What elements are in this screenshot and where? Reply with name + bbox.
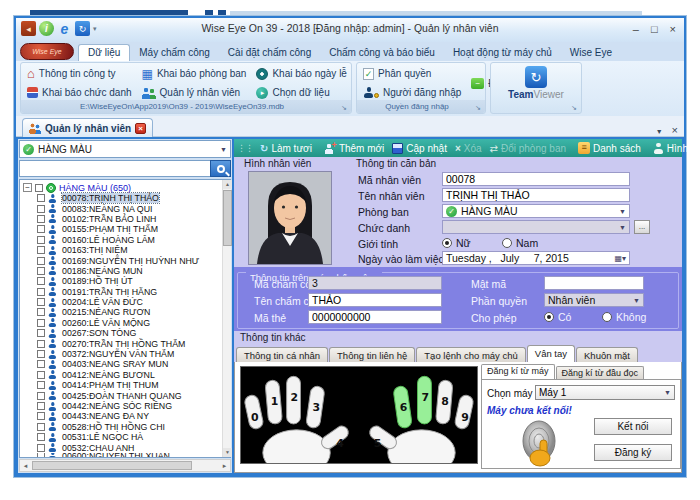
change-department-button[interactable]: Đổi phòng ban <box>486 143 570 154</box>
attendance-name-input[interactable] <box>312 294 438 306</box>
ribbon-item-departments[interactable]: Khai báo phòng ban <box>138 64 251 83</box>
tree-item[interactable]: 00204:LÊ VĂN ĐỨC <box>37 297 230 307</box>
attendance-name-field[interactable] <box>308 293 442 307</box>
checkbox[interactable] <box>37 402 45 410</box>
checkbox[interactable] <box>37 319 45 327</box>
dialog-launcher-icon[interactable] <box>341 103 350 112</box>
ribbon-item-holidays[interactable]: Khai báo ngày lễ <box>252 64 351 83</box>
checkbox[interactable] <box>37 392 45 400</box>
connect-button[interactable]: Kết nối <box>594 418 672 435</box>
checkbox[interactable] <box>37 329 45 337</box>
checkbox[interactable] <box>37 194 45 202</box>
start-date-picker[interactable]: Tuesday , July 7, 2015 <box>442 251 630 265</box>
close-tab-icon[interactable] <box>135 123 146 134</box>
teamviewer-icon[interactable] <box>75 21 90 36</box>
checkbox[interactable] <box>37 444 45 452</box>
tree-item[interactable]: 00412:NEÀNG BƯƠNL <box>37 370 230 380</box>
employee-name-input[interactable] <box>446 189 626 201</box>
tree-item[interactable]: 00528:HỒ THỊ HỒNG CHI <box>37 422 230 432</box>
window-list-icon[interactable] <box>656 120 663 138</box>
ribbon-tab[interactable]: Cài đặt chấm công <box>219 45 320 61</box>
checkbox[interactable] <box>37 246 45 254</box>
checkbox[interactable] <box>37 423 45 431</box>
employee-name-field[interactable] <box>442 188 630 202</box>
delete-button[interactable]: Xóa <box>451 143 486 154</box>
checkbox[interactable] <box>37 215 45 223</box>
scroll-right-icon[interactable] <box>219 460 230 471</box>
maximize-button[interactable]: □ <box>651 22 658 36</box>
info-tab[interactable]: Thông tin cá nhân <box>236 347 328 362</box>
gender-radio-male[interactable]: Nam <box>502 237 538 249</box>
tree-item[interactable]: 00102:TRẦN BẢO LINH <box>37 214 230 224</box>
tree-item[interactable]: 00443:NEANG ĐA NY <box>37 411 230 421</box>
allowed-radio-no[interactable]: Không <box>602 311 646 323</box>
scroll-down-icon[interactable] <box>223 448 232 457</box>
info-tab[interactable]: Khuôn mặt <box>576 347 638 362</box>
card-id-input[interactable] <box>312 311 438 323</box>
close-button[interactable]: × <box>670 22 676 36</box>
qat-dropdown-icon[interactable] <box>93 25 97 33</box>
dialog-launcher-icon[interactable] <box>475 103 484 112</box>
list-view-button[interactable]: Danh sách <box>574 142 645 154</box>
tree-vertical-scrollbar[interactable] <box>222 180 231 457</box>
tree-item[interactable]: 00189:HỒ THỊ ÚT <box>37 276 230 286</box>
info-tab[interactable]: Tạo lệnh cho máy chủ <box>416 347 525 362</box>
employee-photo-button[interactable]: Hình nhân viên <box>649 143 700 154</box>
password-input[interactable] <box>548 277 640 289</box>
tree-item[interactable]: 00191:TRẦN THỊ HẰNG <box>37 287 230 297</box>
tree-horizontal-scrollbar[interactable] <box>19 459 231 472</box>
refresh-button[interactable]: Làm tươi <box>256 143 316 154</box>
checkbox[interactable] <box>37 381 45 389</box>
checkbox[interactable] <box>37 288 45 296</box>
fingerprint-hand-selector[interactable]: 0 1 2 3 4 5 6 7 8 9 <box>240 366 478 464</box>
tree-root[interactable]: HÀNG MÀU (650) <box>23 182 230 193</box>
tree-item[interactable]: 00260:LÊ VĂN MỘNG <box>37 318 230 328</box>
tree-item[interactable]: 00215:NÉANG RƯƠN <box>37 307 230 317</box>
tree-item[interactable]: 00186:NEÁNG MUN <box>37 266 230 276</box>
checkbox[interactable] <box>37 205 45 213</box>
ribbon-tab[interactable]: Máy chấm công <box>130 45 219 61</box>
close-document-icon[interactable] <box>672 120 678 138</box>
ribbon-tab[interactable]: Dữ liệu <box>78 44 130 61</box>
ribbon-tab[interactable]: Chấm công và báo biểu <box>320 45 444 61</box>
tree-item[interactable]: 00163:THỊ NIỆM <box>37 245 230 255</box>
ribbon-item-permissions[interactable]: Phân quyền <box>359 64 465 83</box>
tree-item[interactable]: 00083:NEÀNG NA QUI <box>37 203 230 213</box>
ribbon-tab[interactable]: Wise Eye <box>561 45 621 61</box>
card-id-field[interactable] <box>308 310 442 324</box>
info-tab[interactable]: Thông tin liên hệ <box>329 347 415 362</box>
job-title-browse-button[interactable] <box>634 220 650 234</box>
department-combo[interactable]: HÀNG MÀU <box>442 204 630 218</box>
teamviewer-logo-icon[interactable] <box>525 66 547 88</box>
ribbon-item-company-info[interactable]: Thông tin công ty <box>23 64 136 83</box>
internet-explorer-icon[interactable] <box>57 21 72 36</box>
search-input[interactable] <box>19 160 210 177</box>
update-button[interactable]: Cập nhật <box>388 143 451 154</box>
scroll-up-icon[interactable] <box>223 180 232 189</box>
scrollbar-thumb[interactable] <box>223 190 232 246</box>
info-icon[interactable] <box>39 21 54 36</box>
minimize-button[interactable]: – <box>633 22 639 36</box>
department-filter-combo[interactable]: HÀNG MÀU <box>19 140 231 158</box>
checkbox[interactable] <box>37 308 45 316</box>
checkbox[interactable] <box>37 350 45 358</box>
register-tab[interactable]: Đăng kí từ máy <box>481 364 555 379</box>
tree-item[interactable]: 00414:PHẠM THỊ THUM <box>37 380 230 390</box>
tree-item[interactable]: 00169:NGUYỄN THỊ HUỲNH NHƯ <box>37 255 230 265</box>
scroll-left-icon[interactable] <box>20 460 31 471</box>
tree-item[interactable]: 00600:NGUYỄN THỊ XUÂN <box>37 453 230 458</box>
tree-item[interactable]: 00270:TRẦN THỊ HỒNG THẮM <box>37 338 230 348</box>
checkbox[interactable] <box>37 277 45 285</box>
search-button[interactable] <box>210 160 231 177</box>
checkbox[interactable] <box>37 298 45 306</box>
tree-item[interactable]: 00425:ĐOÀN THANH QUANG <box>37 390 230 400</box>
dialog-launcher-icon[interactable] <box>571 103 580 112</box>
employee-id-field[interactable] <box>442 172 630 186</box>
app-orb-button[interactable]: Wise Eye <box>20 43 74 60</box>
machine-select[interactable]: Máy 1 <box>535 385 675 400</box>
scrollbar-thumb[interactable] <box>32 461 192 470</box>
checkbox[interactable] <box>35 184 43 192</box>
tree-item[interactable]: 00155:PHẠM THỊ THẤM <box>37 224 230 234</box>
checkbox[interactable] <box>37 340 45 348</box>
ribbon-tab[interactable]: Hoạt động từ máy chủ <box>444 45 561 61</box>
